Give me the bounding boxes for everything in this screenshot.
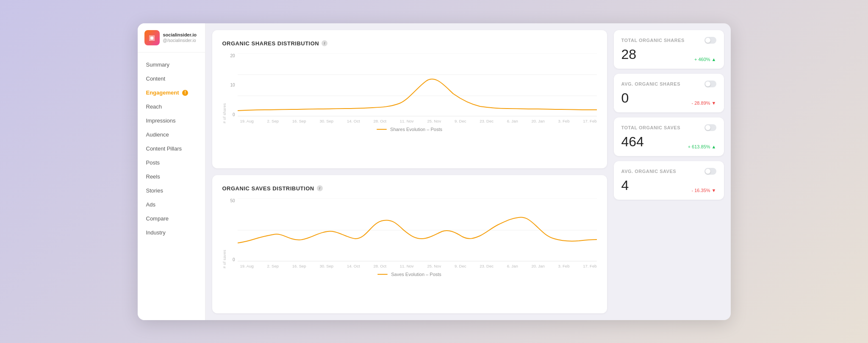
saves-y-axis: 50 0 [227,198,238,262]
stat-avg-shares-label: AVG. ORGANIC SHARES [621,81,716,87]
shares-info-icon[interactable]: i [322,40,327,46]
shares-svg [238,53,597,117]
sidebar-item-content-pillars[interactable]: Content Pillars [138,142,205,156]
sidebar: ▣ socialinsider.io @/socialinsider.io Su… [138,23,205,320]
sidebar-item-industry[interactable]: Industry [138,226,205,240]
stat-avg-saves-toggle[interactable] [704,168,716,175]
sidebar-item-ads[interactable]: Ads [138,198,205,212]
stat-total-shares-toggle[interactable] [704,37,716,44]
stat-total-saves-label: TOTAL ORGANIC SAVES [621,124,716,131]
shares-x-axis: 19. Aug 2. Sep 16. Sep 30. Sep 14. Oct 2… [240,119,597,123]
sidebar-item-posts[interactable]: Posts [138,156,205,170]
stat-avg-saves-row: 4 - 16.35% ▼ [621,178,716,193]
sidebar-item-compare[interactable]: Compare [138,212,205,226]
stat-total-organic-saves: TOTAL ORGANIC SAVES 464 + 613.85% ▲ [614,117,724,156]
sidebar-item-reach[interactable]: Reach [138,100,205,114]
charts-column: ORGANIC SHARES DISTRIBUTION i # of share… [212,30,607,313]
sidebar-logo: ▣ socialinsider.io @/socialinsider.io [138,30,205,53]
saves-y-axis-title: # of saves [222,198,227,268]
shares-y-axis-title: # of shares [222,53,227,123]
stat-total-shares-change: + 460% ▲ [694,57,716,62]
logo-title: socialinsider.io [163,32,197,38]
stat-total-organic-shares: TOTAL ORGANIC SHARES 28 + 460% ▲ [614,30,724,69]
stat-avg-saves-change: - 16.35% ▼ [692,188,716,193]
saves-legend-line [377,274,388,275]
sidebar-item-summary[interactable]: Summary [138,58,205,72]
app-logo-icon: ▣ [144,30,160,45]
shares-chart-title: ORGANIC SHARES DISTRIBUTION i [222,40,597,47]
stat-avg-shares-toggle[interactable] [704,81,716,87]
stats-column: TOTAL ORGANIC SHARES 28 + 460% ▲ AVG. OR… [614,30,724,313]
saves-svg [238,198,597,262]
sidebar-item-stories[interactable]: Stories [138,184,205,198]
sidebar-item-engagement[interactable]: Engagement ! [138,86,205,100]
stat-avg-shares-value: 0 [621,91,629,106]
saves-chart-group: # of saves 50 0 [222,198,597,268]
stat-avg-saves-value: 4 [621,178,629,193]
stat-total-saves-toggle[interactable] [704,124,716,131]
stat-avg-saves-label: AVG. ORGANIC SAVES [621,168,716,175]
app-container: ▣ socialinsider.io @/socialinsider.io Su… [138,23,731,320]
stat-total-saves-value: 464 [621,134,644,149]
stat-total-shares-row: 28 + 460% ▲ [621,47,716,62]
shares-chart-legend: Shares Evolution – Posts [222,127,597,132]
stat-avg-organic-shares: AVG. ORGANIC SHARES 0 - 28.89% ▼ [614,74,724,112]
stat-avg-shares-row: 0 - 28.89% ▼ [621,91,716,106]
saves-chart-title: ORGANIC SAVES DISTRIBUTION i [222,185,597,192]
shares-chart-card: ORGANIC SHARES DISTRIBUTION i # of share… [212,30,607,168]
saves-chart-legend: Saves Evolution – Posts [222,272,597,277]
saves-chart-card: ORGANIC SAVES DISTRIBUTION i # of saves … [212,175,607,313]
saves-x-axis: 19. Aug 2. Sep 16. Sep 30. Sep 14. Oct 2… [240,264,597,268]
logo-text: socialinsider.io @/socialinsider.io [163,32,197,42]
stat-avg-shares-change: - 28.89% ▼ [692,100,716,106]
sidebar-item-impressions[interactable]: Impressions [138,114,205,128]
shares-chart-svg-container [238,53,597,117]
stat-avg-organic-saves: AVG. ORGANIC SAVES 4 - 16.35% ▼ [614,161,724,200]
stat-total-shares-label: TOTAL ORGANIC SHARES [621,37,716,44]
sidebar-item-content[interactable]: Content [138,72,205,86]
shares-legend-line [377,129,387,130]
saves-info-icon[interactable]: i [317,185,323,191]
shares-y-axis: 20 10 0 [227,53,238,117]
main-content: ORGANIC SHARES DISTRIBUTION i # of share… [205,23,731,320]
sidebar-item-reels[interactable]: Reels [138,170,205,184]
stat-total-saves-row: 464 + 613.85% ▲ [621,134,716,149]
shares-chart-group: # of shares 20 10 0 [222,53,597,123]
engagement-badge-icon: ! [182,90,188,96]
logo-subtitle: @/socialinsider.io [163,38,197,43]
saves-chart-svg-container [238,198,597,262]
sidebar-item-audience[interactable]: Audience [138,128,205,142]
stat-total-shares-value: 28 [621,47,637,62]
stat-total-saves-change: + 613.85% ▲ [688,144,716,149]
